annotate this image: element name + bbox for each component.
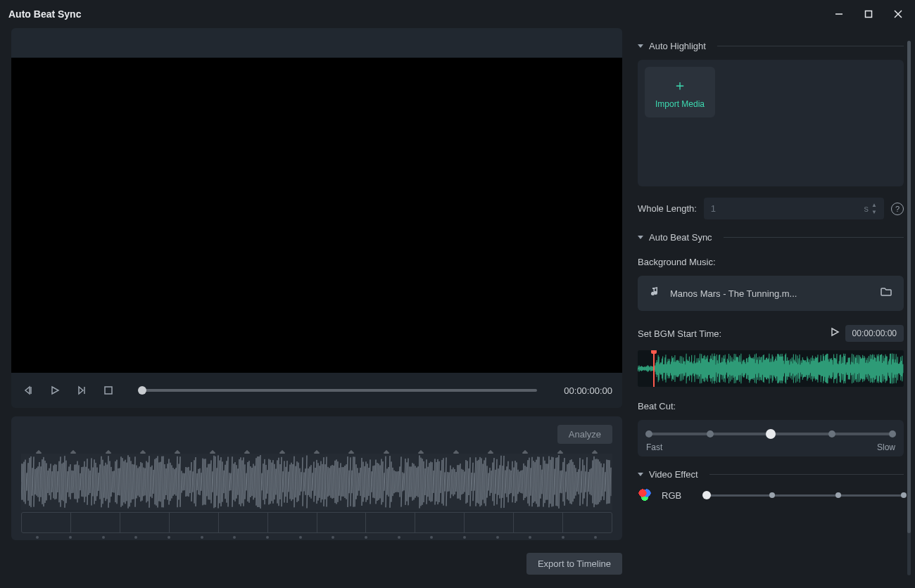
beat-cut-slider[interactable] <box>649 433 892 435</box>
beat-cut-slider-box: Fast Slow <box>638 420 904 456</box>
bgm-track-row: Manos Mars - The Tunning.m... <box>638 276 904 311</box>
analysis-panel: Analyze <box>11 416 622 540</box>
chevron-down-icon <box>638 473 643 476</box>
playback-time: 00:00:00:00 <box>564 385 612 396</box>
svg-marker-6 <box>52 387 58 394</box>
beat-cut-label: Beat Cut: <box>638 401 904 411</box>
bgm-start-label: Set BGM Start Time: <box>638 328 721 339</box>
help-icon[interactable]: ? <box>891 203 904 215</box>
whole-length-label: Whole Length: <box>638 203 697 214</box>
bgm-play-icon[interactable] <box>830 327 840 340</box>
beat-slow-label: Slow <box>877 442 895 452</box>
video-preview[interactable] <box>11 58 622 373</box>
titlebar: Auto Beat Sync <box>0 0 915 28</box>
effect-name: RGB <box>662 490 697 501</box>
segment-track[interactable] <box>21 512 612 533</box>
preview-area: 00:00:00:00 <box>11 28 622 408</box>
music-note-icon <box>649 286 660 300</box>
bgm-waveform[interactable] <box>638 350 904 387</box>
svg-rect-1 <box>866 11 872 18</box>
plus-icon: ＋ <box>673 76 687 95</box>
import-label: Import Media <box>655 99 705 109</box>
import-media-button[interactable]: ＋ Import Media <box>645 67 715 117</box>
segment-ticks <box>21 533 612 542</box>
next-frame-icon[interactable] <box>75 383 89 397</box>
section-title: Auto Highlight <box>649 41 706 51</box>
preview-header <box>11 28 622 58</box>
bgm-label: Background Music: <box>638 257 904 267</box>
effect-slider[interactable] <box>707 494 904 497</box>
folder-icon[interactable] <box>880 286 892 301</box>
analysis-waveform[interactable] <box>21 454 612 510</box>
section-auto-highlight[interactable]: Auto Highlight <box>638 41 904 51</box>
rgb-effect-icon <box>638 488 652 502</box>
window-controls <box>831 6 907 23</box>
media-drop-area[interactable]: ＋ Import Media <box>638 60 904 186</box>
section-title: Video Effect <box>649 469 698 480</box>
prev-frame-icon[interactable] <box>21 383 35 397</box>
svg-marker-7 <box>79 387 83 394</box>
export-button[interactable]: Export to Timeline <box>526 553 622 575</box>
analyze-button[interactable]: Analyze <box>557 425 612 444</box>
svg-rect-9 <box>105 387 112 394</box>
playback-controls: 00:00:00:00 <box>11 373 622 408</box>
chevron-down-icon <box>638 44 643 48</box>
bgm-track-name: Manos Mars - The Tunning.m... <box>670 288 870 299</box>
svg-marker-4 <box>25 387 30 394</box>
playback-scrubber[interactable] <box>142 389 537 392</box>
bgm-playhead[interactable] <box>653 350 655 387</box>
stepper-icon[interactable]: ▲▼ <box>871 202 877 215</box>
beat-fast-label: Fast <box>646 442 662 452</box>
sidebar-scrollbar[interactable] <box>907 41 911 575</box>
whole-length-input[interactable]: 1 s ▲▼ <box>704 198 884 219</box>
svg-marker-10 <box>832 328 838 335</box>
chevron-down-icon <box>638 236 643 239</box>
video-effect-row: RGB <box>638 488 904 502</box>
close-icon[interactable] <box>890 6 907 23</box>
section-auto-beat-sync[interactable]: Auto Beat Sync <box>638 232 904 243</box>
maximize-icon[interactable] <box>860 6 877 23</box>
play-icon[interactable] <box>48 383 62 397</box>
section-title: Auto Beat Sync <box>649 232 712 243</box>
section-video-effect[interactable]: Video Effect <box>638 469 904 480</box>
stop-icon[interactable] <box>101 383 115 397</box>
minimize-icon[interactable] <box>831 6 847 23</box>
bgm-start-time[interactable]: 00:00:00:00 <box>845 325 904 342</box>
window-title: Auto Beat Sync <box>8 8 81 20</box>
